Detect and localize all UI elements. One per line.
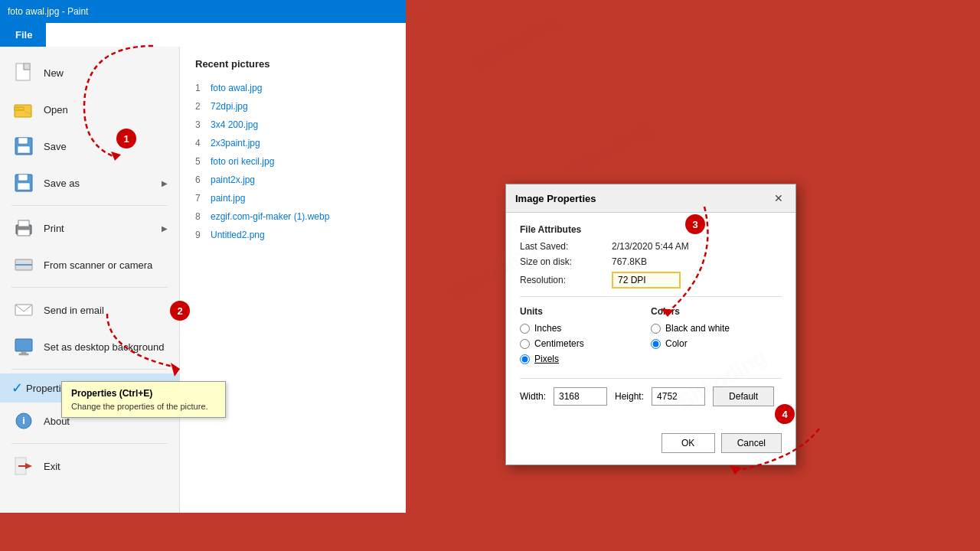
colors-title: Colors bbox=[651, 306, 782, 317]
new-icon bbox=[11, 60, 36, 85]
inches-row: Inches bbox=[520, 323, 651, 334]
svg-rect-5 bbox=[15, 107, 24, 110]
recent-item-3[interactable]: 3 3x4 200.jpg bbox=[195, 116, 390, 134]
width-label: Width: bbox=[520, 391, 546, 402]
resolution-label: Resolution: bbox=[520, 275, 612, 285]
pixels-row: Pixels bbox=[520, 354, 651, 364]
email-icon bbox=[11, 298, 36, 322]
pixels-radio[interactable] bbox=[520, 354, 530, 364]
file-tab[interactable]: File bbox=[0, 23, 46, 47]
bw-label: Black and white bbox=[665, 323, 730, 334]
units-section: Units Inches Centimeters Pixels bbox=[520, 306, 651, 369]
resolution-row: Resolution: bbox=[520, 272, 782, 289]
recent-item-9[interactable]: 9 Untitled2.png bbox=[195, 226, 390, 244]
cancel-button[interactable]: Cancel bbox=[721, 433, 782, 453]
menu-item-exit[interactable]: Exit bbox=[0, 448, 179, 484]
recent-item-6[interactable]: 6 paint2x.jpg bbox=[195, 171, 390, 189]
dialog-title: Image Properties bbox=[515, 193, 596, 204]
size-label: Size on disk: bbox=[520, 256, 612, 267]
svg-rect-20 bbox=[21, 351, 26, 354]
centimeters-row: Centimeters bbox=[520, 338, 651, 349]
canvas-area: Sitkoding Sitkoding Sitkoding Sitkoding … bbox=[406, 0, 980, 551]
svg-rect-1 bbox=[24, 64, 30, 70]
svg-rect-14 bbox=[18, 230, 30, 236]
dialog-title-bar: Image Properties ✕ bbox=[506, 184, 795, 213]
recent-item-8[interactable]: 8 ezgif.com-gif-maker (1).webp bbox=[195, 207, 390, 226]
bw-radio[interactable] bbox=[651, 324, 661, 334]
tooltip-title: Properties (Ctrl+E) bbox=[71, 388, 216, 399]
recent-item-7[interactable]: 7 paint.jpg bbox=[195, 189, 390, 207]
menu-item-fromscanner[interactable]: From scanner or camera bbox=[0, 246, 179, 283]
bw-row: Black and white bbox=[651, 323, 782, 334]
about-icon: i bbox=[11, 409, 36, 433]
watermark-2: Sitkoding bbox=[560, 115, 656, 184]
divider-1 bbox=[11, 205, 168, 206]
file-menu-right: Recent pictures 1 foto awal.jpg 2 72dpi.… bbox=[180, 47, 406, 513]
desktop-icon bbox=[11, 334, 36, 359]
svg-rect-7 bbox=[18, 138, 28, 144]
title-text: foto awal.jpg - Paint bbox=[8, 6, 88, 17]
menu-label-setdesktop: Set as desktop background bbox=[44, 341, 165, 353]
badge-1: 1 bbox=[116, 129, 136, 148]
resolution-input[interactable] bbox=[612, 272, 681, 289]
dialog-buttons: OK Cancel bbox=[506, 425, 795, 465]
recent-item-1[interactable]: 1 foto awal.jpg bbox=[195, 79, 390, 97]
menu-label-save: Save bbox=[44, 141, 67, 152]
height-input[interactable] bbox=[652, 387, 705, 406]
dialog-divider-2 bbox=[520, 378, 782, 379]
svg-rect-4 bbox=[15, 105, 31, 117]
svg-rect-17 bbox=[15, 264, 32, 266]
width-input[interactable] bbox=[554, 387, 607, 406]
recent-item-2[interactable]: 2 72dpi.jpg bbox=[195, 97, 390, 116]
menu-item-new[interactable]: New bbox=[0, 54, 179, 91]
inches-radio[interactable] bbox=[520, 324, 530, 334]
default-button[interactable]: Default bbox=[713, 386, 774, 406]
recent-item-4[interactable]: 4 2x3paint.jpg bbox=[195, 134, 390, 152]
badge-3: 3 bbox=[685, 214, 705, 234]
centimeters-radio[interactable] bbox=[520, 339, 530, 349]
menu-label-exit: Exit bbox=[44, 461, 60, 472]
last-saved-row: Last Saved: 2/13/2020 5:44 AM bbox=[520, 241, 782, 252]
inches-label: Inches bbox=[534, 323, 561, 334]
file-panel: File New Open Save bbox=[0, 23, 406, 513]
image-properties-dialog: Image Properties ✕ File Attributes Last … bbox=[505, 184, 796, 465]
menu-item-save[interactable]: Save bbox=[0, 128, 179, 165]
menu-label-print: Print bbox=[44, 223, 64, 234]
divider-4 bbox=[11, 443, 168, 444]
color-label: Color bbox=[665, 338, 688, 349]
dialog-close-button[interactable]: ✕ bbox=[771, 191, 786, 206]
last-saved-label: Last Saved: bbox=[520, 241, 612, 252]
saveas-arrow: ▶ bbox=[162, 179, 168, 187]
ok-button[interactable]: OK bbox=[662, 433, 715, 453]
badge-4: 4 bbox=[775, 404, 795, 424]
centimeters-label: Centimeters bbox=[534, 338, 584, 349]
menu-item-setdesktop[interactable]: Set as desktop background bbox=[0, 328, 179, 365]
menu-item-sendemail[interactable]: Send in email bbox=[0, 292, 179, 328]
units-title: Units bbox=[520, 306, 651, 317]
scanner-icon bbox=[11, 253, 36, 277]
menu-item-saveas[interactable]: Save as ▶ bbox=[0, 165, 179, 201]
color-radio[interactable] bbox=[651, 339, 661, 349]
svg-rect-15 bbox=[28, 227, 31, 229]
checkmark-icon: ✓ bbox=[11, 380, 23, 396]
open-icon bbox=[11, 97, 36, 122]
tooltip-desc: Change the properties of the picture. bbox=[71, 402, 216, 411]
print-arrow: ▶ bbox=[162, 224, 168, 233]
pixels-label: Pixels bbox=[534, 354, 559, 364]
recent-item-5[interactable]: 5 foto ori kecil.jpg bbox=[195, 152, 390, 171]
menu-label-open: Open bbox=[44, 104, 68, 116]
divider-3 bbox=[11, 369, 168, 370]
recent-title: Recent pictures bbox=[195, 58, 390, 70]
size-on-disk-row: Size on disk: 767.8KB bbox=[520, 256, 782, 267]
dialog-body: File Attributes Last Saved: 2/13/2020 5:… bbox=[506, 213, 795, 425]
badge-2: 2 bbox=[170, 301, 190, 321]
size-value: 767.8KB bbox=[612, 256, 647, 267]
menu-label-saveas: Save as bbox=[44, 178, 80, 189]
menu-item-open[interactable]: Open bbox=[0, 91, 179, 128]
watermark-1: Sitkoding bbox=[468, 8, 564, 77]
svg-rect-10 bbox=[18, 174, 28, 181]
menu-label-sendemail: Send in email bbox=[44, 305, 104, 316]
menu-item-print[interactable]: Print ▶ bbox=[0, 210, 179, 246]
colors-section: Colors Black and white Color bbox=[651, 306, 782, 369]
svg-text:i: i bbox=[22, 415, 25, 426]
